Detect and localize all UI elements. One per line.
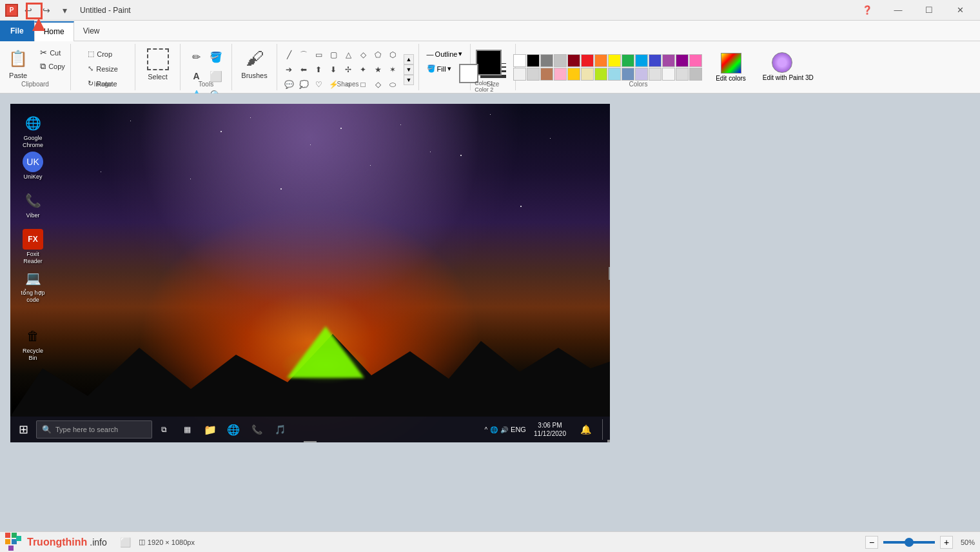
brushes-button[interactable]: 🖌 Brushes xyxy=(237,46,271,81)
tab-view[interactable]: View xyxy=(74,21,110,41)
file-tab[interactable]: File xyxy=(0,21,34,41)
shape-rect[interactable]: ▭ xyxy=(311,48,326,62)
shape-triangle[interactable]: △ xyxy=(341,48,355,62)
swatch-white[interactable] xyxy=(513,54,526,67)
swatch-black[interactable] xyxy=(527,54,540,67)
tray-lang[interactable]: ENG xyxy=(511,426,526,433)
crop-button[interactable]: ⬚ Crop xyxy=(83,48,117,60)
taskbar-viber-button[interactable]: 📞 xyxy=(246,419,267,440)
swatch-purple[interactable] xyxy=(662,54,675,67)
shapes-scroll-up[interactable]: ▲ xyxy=(404,54,414,64)
customize-quick-access-button[interactable]: ▾ xyxy=(57,3,72,18)
swatch-yellow[interactable] xyxy=(608,54,621,67)
desktop-icon-foxit[interactable]: FX FoxitReader xyxy=(14,226,52,268)
swatch-gainsboro[interactable] xyxy=(676,68,689,81)
swatch-gray[interactable] xyxy=(540,54,553,67)
copy-button[interactable]: ⧉ Copy xyxy=(37,60,68,73)
tray-volume-icon[interactable]: 🔊 xyxy=(500,426,508,433)
shape-star4[interactable]: ✦ xyxy=(356,63,370,77)
tray-chevron[interactable]: ^ xyxy=(484,426,487,433)
swatch-ltblue[interactable] xyxy=(608,68,621,81)
star xyxy=(520,206,522,207)
shape-arrow4way[interactable]: ✢ xyxy=(341,63,355,77)
desktop-icon-chrome[interactable]: 🌐 GoogleChrome xyxy=(14,110,52,152)
taskbar-apps-button[interactable]: ▦ xyxy=(177,419,197,440)
shape-diamond[interactable]: ◇ xyxy=(356,48,370,62)
swatch-green[interactable] xyxy=(622,54,634,67)
swatch-steelblue[interactable] xyxy=(622,68,634,81)
shape-arrow-left[interactable]: ⬅ xyxy=(297,63,311,77)
shape-hexagon[interactable]: ⬡ xyxy=(386,48,400,62)
color1-button[interactable] xyxy=(476,50,502,75)
taskbar-chrome-button[interactable]: 🌐 xyxy=(223,419,244,440)
close-button[interactable]: ✕ xyxy=(945,0,975,21)
swatch-ltpink[interactable] xyxy=(554,68,567,81)
shape-pentagon[interactable]: ⬠ xyxy=(371,48,385,62)
swatch-darkpurple[interactable] xyxy=(676,54,689,67)
swatch-orange[interactable] xyxy=(594,54,607,67)
swatch-gold[interactable] xyxy=(567,68,580,81)
swatch-ltgray[interactable] xyxy=(554,54,567,67)
swatch-silver[interactable] xyxy=(649,68,662,81)
shape-star5[interactable]: ★ xyxy=(371,63,385,77)
canvas-resize-handle-right[interactable] xyxy=(609,267,610,280)
shape-arrow-up[interactable]: ⬆ xyxy=(311,63,326,77)
zoom-slider-thumb[interactable] xyxy=(905,538,914,547)
swatch-indigo[interactable] xyxy=(649,54,662,67)
shape-roundrect[interactable]: ▢ xyxy=(326,48,340,62)
zoom-slider-track[interactable] xyxy=(883,541,935,544)
shapes-scroll-middle[interactable]: ▼ xyxy=(404,64,414,75)
shape-curve[interactable]: ⌒ xyxy=(297,48,311,62)
swatch-offwhite[interactable] xyxy=(513,68,526,81)
undo-button[interactable]: ↩ xyxy=(21,3,36,18)
taskbar-search[interactable]: 🔍 Type here to search xyxy=(36,420,152,439)
start-button[interactable]: ⊞ xyxy=(13,419,34,440)
shape-arrow-down[interactable]: ⬇ xyxy=(326,63,340,77)
shape-arrow-right[interactable]: ➔ xyxy=(282,63,296,77)
swatch-silver2[interactable] xyxy=(689,68,702,81)
taskbar-extra-button[interactable]: 🎵 xyxy=(270,419,290,440)
taskview-button[interactable]: ⧉ xyxy=(153,419,174,440)
paint-canvas[interactable]: 🌐 GoogleChrome UK UniKey 📞 Viber FX Foxi… xyxy=(10,104,610,442)
tray-network-icon[interactable]: 🌐 xyxy=(490,426,498,433)
edit-paint3d-button[interactable]: Edit with Paint 3D xyxy=(757,49,807,85)
taskbar-explorer-button[interactable]: 📁 xyxy=(200,419,220,440)
clock[interactable]: 3:06 PM 11/12/2020 xyxy=(531,421,569,438)
paste-button[interactable]: 📋 Paste xyxy=(2,45,34,81)
swatch-ltgray2[interactable] xyxy=(527,68,540,81)
swatch-darkred[interactable] xyxy=(567,54,580,67)
shape-star6[interactable]: ✶ xyxy=(386,63,400,77)
redo-button[interactable]: ↪ xyxy=(39,3,54,18)
swatch-pink[interactable] xyxy=(689,54,702,67)
desktop-icon-code[interactable]: 💻 tổng hợpcode xyxy=(14,265,52,306)
canvas-resize-handle-corner[interactable] xyxy=(607,440,610,442)
tab-home[interactable]: Home xyxy=(34,21,74,41)
swatch-brown[interactable] xyxy=(540,68,553,81)
fill-tool[interactable]: 🪣 xyxy=(207,48,225,66)
pencil-tool[interactable]: ✏ xyxy=(188,48,206,66)
desktop-icon-recycle[interactable]: 🗑 RecycleBin xyxy=(14,323,52,364)
cut-button[interactable]: ✂ Cut xyxy=(37,46,68,59)
fill-button[interactable]: 🪣 Fill ▾ xyxy=(424,63,455,75)
desktop-icon-unikey[interactable]: UK UniKey xyxy=(14,149,52,183)
swatch-red[interactable] xyxy=(581,54,594,67)
swatch-nearwhite[interactable] xyxy=(662,68,675,81)
maximize-button[interactable]: ☐ xyxy=(914,0,944,21)
resize-button[interactable]: ⤡ Resize xyxy=(83,63,122,75)
desktop-icon-viber[interactable]: 📞 Viber xyxy=(14,188,52,222)
swatch-blue[interactable] xyxy=(635,54,648,67)
zoom-out-button[interactable]: − xyxy=(865,536,878,549)
outline-button[interactable]: — Outline ▾ xyxy=(424,48,466,60)
show-desktop-button[interactable] xyxy=(602,419,607,440)
shape-line[interactable]: ╱ xyxy=(282,48,296,62)
swatch-ltgreen[interactable] xyxy=(594,68,607,81)
minimize-button[interactable]: — xyxy=(883,0,913,21)
help-button[interactable]: ❓ xyxy=(852,0,882,21)
zoom-in-button[interactable]: + xyxy=(940,536,953,549)
swatch-cream[interactable] xyxy=(581,68,594,81)
swatch-lavender[interactable] xyxy=(635,68,648,81)
select-button[interactable]: Select xyxy=(142,46,173,83)
tools-group: ✏ 🪣 A ⬜ 💧 🔍 Tools xyxy=(181,44,232,90)
canvas-resize-handle-bottom[interactable] xyxy=(304,441,317,442)
notification-button[interactable]: 🔔 xyxy=(575,419,596,440)
